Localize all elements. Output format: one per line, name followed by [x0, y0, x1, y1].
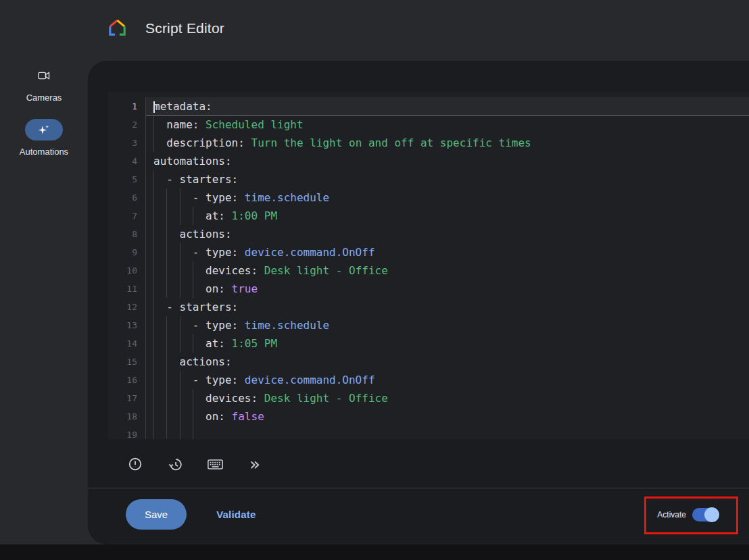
indent-guide [180, 334, 193, 353]
line-number: 16 [108, 371, 146, 389]
line-number: 9 [108, 243, 146, 261]
editor-footer: Save Validate Activate [88, 488, 749, 544]
google-home-logo-icon [108, 19, 126, 39]
indent-guide [166, 280, 179, 298]
history-icon[interactable] [166, 455, 184, 473]
activate-toggle[interactable] [692, 508, 718, 521]
script-editor-app: Script Editor Cameras Automations [0, 0, 749, 560]
code-token: description: [166, 136, 251, 149]
line-number: 17 [108, 389, 146, 407]
editor-card: 1metadata:2name: Scheduled light3descrip… [88, 61, 749, 544]
bottom-strip [0, 544, 749, 560]
sidebar-item-automations[interactable]: Automations [20, 119, 68, 157]
code-line[interactable]: 14at: 1:05 PM [108, 334, 749, 353]
indent-guide [193, 207, 206, 225]
app-header: Script Editor [0, 0, 749, 57]
code-line[interactable]: 11on: true [108, 280, 749, 298]
indent-guide [166, 389, 179, 407]
code-line[interactable]: 10devices: Desk light - Office [108, 261, 749, 280]
indent-guide [153, 389, 166, 407]
indent-guide [180, 426, 193, 439]
line-number: 5 [108, 170, 146, 188]
code-token: - starters: [166, 301, 238, 313]
indent-guide [153, 298, 166, 316]
indent-guide [180, 389, 193, 407]
code-line[interactable]: 7at: 1:00 PM [108, 207, 749, 225]
code-token: Scheduled light [206, 118, 304, 131]
code-token: true [232, 282, 258, 295]
code-line[interactable]: 2name: Scheduled light [108, 116, 749, 134]
indent-guide [193, 407, 206, 426]
code-line[interactable]: 1metadata: [108, 97, 749, 116]
code-token: - type: [193, 191, 245, 204]
code-token: false [232, 410, 264, 423]
indent-guide [166, 407, 179, 426]
indent-guide [166, 316, 179, 334]
line-number: 1 [108, 97, 146, 116]
code-token: - type: [193, 374, 245, 386]
code-line[interactable]: 12- starters: [108, 298, 749, 316]
indent-guide [166, 243, 179, 261]
indent-guide [193, 334, 206, 353]
indent-guide [193, 261, 206, 280]
indent-guide [166, 371, 179, 389]
code-token: - starters: [166, 173, 238, 186]
code-token: 1:05 PM [232, 337, 277, 350]
code-line[interactable]: 18on: false [108, 407, 749, 426]
code-token: devices: [206, 264, 264, 277]
sidebar: Cameras Automations [0, 57, 88, 544]
code-lines: 1metadata:2name: Scheduled light3descrip… [108, 97, 749, 439]
more-icon[interactable]: » [246, 455, 264, 473]
line-number: 4 [108, 152, 146, 170]
code-token: device.command.OnOff [245, 374, 375, 386]
code-line[interactable]: 6- type: time.schedule [108, 188, 749, 207]
indent-guide [166, 225, 179, 243]
line-number: 13 [108, 316, 146, 334]
indent-guide [153, 116, 166, 134]
indent-guide [153, 134, 166, 152]
code-token: actions: [180, 228, 232, 240]
indent-guide [166, 426, 179, 439]
problems-icon[interactable] [126, 455, 144, 473]
code-line[interactable]: 15actions: [108, 353, 749, 371]
indent-guide [193, 280, 206, 298]
code-token: metadata: [153, 100, 212, 113]
sparkle-icon [25, 119, 63, 141]
line-number: 19 [108, 426, 146, 439]
code-token: time.schedule [245, 191, 329, 204]
indent-guide [153, 225, 166, 243]
sidebar-item-cameras[interactable]: Cameras [25, 65, 63, 103]
line-number: 18 [108, 407, 146, 426]
activate-label: Activate [657, 510, 686, 519]
code-line[interactable]: 16- type: device.command.OnOff [108, 371, 749, 389]
code-token: Turn the light on and off at specific ti… [251, 136, 531, 149]
code-line[interactable]: 5- starters: [108, 170, 749, 188]
indent-guide [180, 371, 193, 389]
sidebar-item-label: Automations [20, 147, 68, 157]
line-number: 10 [108, 261, 146, 280]
code-line[interactable]: 9- type: device.command.OnOff [108, 243, 749, 261]
indent-guide [180, 316, 193, 334]
validate-button[interactable]: Validate [212, 508, 260, 521]
sidebar-item-label: Cameras [26, 93, 62, 103]
line-number: 11 [108, 280, 146, 298]
indent-guide [180, 243, 193, 261]
save-button[interactable]: Save [126, 499, 187, 530]
code-token: - type: [193, 246, 245, 259]
code-line[interactable]: 3description: Turn the light on and off … [108, 134, 749, 152]
code-line[interactable]: 4automations: [108, 152, 749, 170]
code-line[interactable]: 13- type: time.schedule [108, 316, 749, 334]
indent-guide [153, 170, 166, 188]
code-line[interactable]: 19 [108, 426, 749, 439]
indent-guide [193, 389, 206, 407]
code-token: actions: [180, 355, 232, 368]
indent-guide [153, 371, 166, 389]
indent-guide [193, 426, 206, 439]
indent-guide [180, 261, 193, 280]
keyboard-icon[interactable] [206, 455, 224, 473]
code-editor[interactable]: 1metadata:2name: Scheduled light3descrip… [108, 92, 749, 439]
indent-guide [153, 316, 166, 334]
code-line[interactable]: 17devices: Desk light - Office [108, 389, 749, 407]
code-line[interactable]: 8actions: [108, 225, 749, 243]
code-token: Desk light - Office [264, 392, 388, 405]
